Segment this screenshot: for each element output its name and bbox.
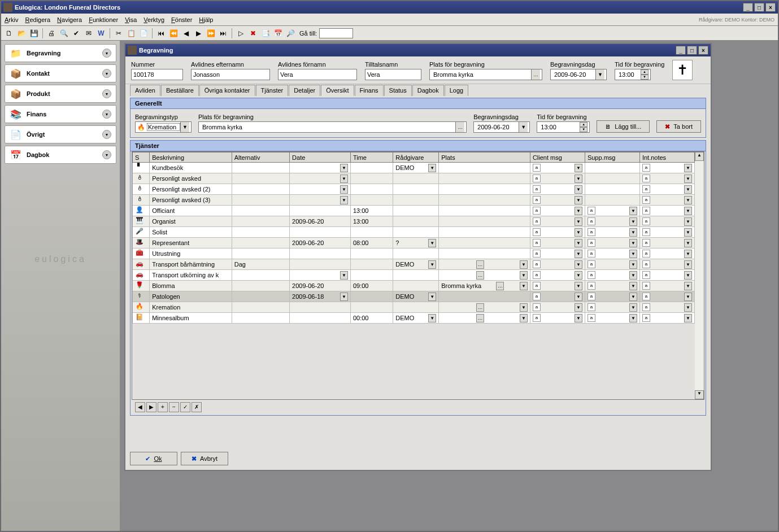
chevron-down-icon[interactable]: ▼ xyxy=(629,239,637,247)
efternamn-input[interactable] xyxy=(191,69,270,80)
clientmsg-cell[interactable]: a▼ xyxy=(530,227,585,238)
sidebar-item-dagbok[interactable]: 📅Dagbok▼ xyxy=(5,146,116,164)
table-row[interactable]: 🌹Blomma2009-06-2009:00Bromma kyrka…▼a▼a▼… xyxy=(133,281,695,291)
chevron-down-icon[interactable]: ▼ xyxy=(684,314,692,322)
gen-plats-select[interactable]: Bromma kyrka… xyxy=(198,121,467,133)
sidebar-item-kontakt[interactable]: 📦Kontakt▼ xyxy=(5,64,116,82)
document-icon[interactable]: a xyxy=(642,228,650,236)
print-icon[interactable]: 🖨 xyxy=(46,28,57,39)
table-row[interactable]: 🕯Personligt avsked (3)▼a▼a▼ xyxy=(133,195,695,206)
document-icon[interactable]: a xyxy=(587,271,595,279)
column-header[interactable]: Plats xyxy=(439,152,530,163)
chevron-down-icon[interactable]: ▼ xyxy=(102,130,111,139)
radgivare-cell[interactable] xyxy=(393,227,439,238)
intnotes-cell[interactable]: a▼ xyxy=(639,259,694,270)
copy-icon[interactable]: 📋 xyxy=(125,28,137,39)
document-icon[interactable]: a xyxy=(533,185,541,193)
nav-remove-icon[interactable]: − xyxy=(169,402,179,412)
radgivare-cell[interactable]: DEMO▼ xyxy=(393,259,439,270)
chevron-down-icon[interactable]: ▼ xyxy=(684,228,692,237)
chevron-down-icon[interactable]: ▼ xyxy=(575,250,582,258)
document-icon[interactable]: a xyxy=(642,250,650,258)
column-header[interactable]: Rådgivare xyxy=(393,152,439,163)
chevron-down-icon[interactable]: ▼ xyxy=(428,239,436,247)
suppmsg-cell[interactable] xyxy=(585,163,639,173)
desc-cell[interactable]: Representant xyxy=(150,238,232,248)
chevron-down-icon[interactable]: ▼ xyxy=(340,271,348,280)
chevron-down-icon[interactable]: ▼ xyxy=(629,228,637,237)
document-icon[interactable]: a xyxy=(642,175,650,182)
suppmsg-cell[interactable]: a▼ xyxy=(585,227,639,238)
suppmsg-cell[interactable]: a▼ xyxy=(585,281,639,291)
suppmsg-cell[interactable]: a▼ xyxy=(585,248,639,259)
chevron-down-icon[interactable]: ▼ xyxy=(629,250,637,258)
chevron-down-icon[interactable]: ▼ xyxy=(428,164,436,172)
date-cell[interactable] xyxy=(290,259,351,270)
plats-dots-icon[interactable]: … xyxy=(531,69,540,80)
document-icon[interactable]: a xyxy=(533,260,541,268)
suppmsg-cell[interactable]: a▼ xyxy=(585,291,639,302)
icon-cell[interactable]: 🕯 xyxy=(133,184,150,195)
chevron-down-icon[interactable]: ▼ xyxy=(684,293,692,301)
alt-cell[interactable] xyxy=(232,302,289,313)
intnotes-cell[interactable]: a▼ xyxy=(639,291,694,302)
vertical-scrollbar[interactable]: ▲ ▼ xyxy=(695,152,704,399)
plats-cell[interactable] xyxy=(439,227,530,238)
add-button[interactable]: 🗎Lägg till... xyxy=(597,120,650,133)
plats-cell[interactable] xyxy=(439,173,530,184)
gen-dag-select[interactable]: 2009-06-20▼ xyxy=(473,121,530,133)
tab-status[interactable]: Status xyxy=(384,85,412,96)
chevron-down-icon[interactable]: ▼ xyxy=(575,175,582,183)
chevron-down-icon[interactable]: ▼ xyxy=(684,303,692,312)
radgivare-cell[interactable]: DEMO▼ xyxy=(393,313,439,324)
clientmsg-cell[interactable]: a▼ xyxy=(530,291,585,302)
next-page-icon[interactable]: ⏩ xyxy=(205,28,216,39)
icon-cell[interactable]: 📔 xyxy=(133,313,150,324)
document-icon[interactable]: a xyxy=(642,260,650,268)
sidebar-item-produkt[interactable]: 📦Produkt▼ xyxy=(5,85,116,103)
sidebar-item-begravning[interactable]: 📁Begravning▼ xyxy=(5,44,116,62)
time-cell[interactable] xyxy=(350,259,393,270)
intnotes-cell[interactable]: a▼ xyxy=(639,270,694,281)
suppmsg-cell[interactable]: a▼ xyxy=(585,206,639,216)
nav-next-icon[interactable]: ▶ xyxy=(146,402,156,412)
document-icon[interactable]: a xyxy=(642,196,650,204)
dots-icon[interactable]: … xyxy=(496,282,504,290)
desc-cell[interactable]: Organist xyxy=(150,216,232,227)
delete-button[interactable]: ✖Ta bort xyxy=(656,120,701,133)
preview-icon[interactable]: 🔍 xyxy=(58,28,69,39)
radgivare-cell[interactable]: DEMO▼ xyxy=(393,291,439,302)
alt-cell[interactable] xyxy=(232,281,289,291)
document-icon[interactable]: a xyxy=(642,207,650,215)
document-icon[interactable]: a xyxy=(533,314,541,322)
tab-finans[interactable]: Finans xyxy=(355,85,384,96)
plats-cell[interactable] xyxy=(439,184,530,195)
chevron-down-icon[interactable]: ▼ xyxy=(629,207,637,215)
radgivare-cell[interactable] xyxy=(393,184,439,195)
chevron-down-icon[interactable]: ▼ xyxy=(428,293,436,301)
dots-icon[interactable]: … xyxy=(476,303,484,312)
suppmsg-cell[interactable]: a▼ xyxy=(585,313,639,324)
table-row[interactable]: 🕯Personligt avsked (2)▼a▼a▼ xyxy=(133,184,695,195)
desc-cell[interactable]: Blomma xyxy=(150,281,232,291)
date-cell[interactable]: ▼ xyxy=(290,163,351,173)
time-cell[interactable] xyxy=(350,302,393,313)
document-icon[interactable]: a xyxy=(533,250,541,258)
plats-cell[interactable]: …▼ xyxy=(439,302,530,313)
clientmsg-cell[interactable]: a▼ xyxy=(530,302,585,313)
scroll-up-icon[interactable]: ▲ xyxy=(695,152,704,161)
date-cell[interactable] xyxy=(290,248,351,259)
column-header[interactable]: Alternativ xyxy=(232,152,289,163)
time-cell[interactable] xyxy=(350,270,393,281)
icon-cell[interactable]: 👤 xyxy=(133,206,150,216)
clientmsg-cell[interactable]: a▼ xyxy=(530,195,585,206)
date-cell[interactable]: ▼ xyxy=(290,173,351,184)
chevron-down-icon[interactable]: ▼ xyxy=(684,239,692,247)
mdi-minimize-button[interactable]: _ xyxy=(676,46,686,55)
tab-övriga-kontakter[interactable]: Övriga kontakter xyxy=(199,85,255,96)
first-icon[interactable]: ⏮ xyxy=(155,28,167,39)
nav-cancel-icon[interactable]: ✗ xyxy=(192,402,202,412)
nummer-input[interactable] xyxy=(131,69,183,80)
alt-cell[interactable] xyxy=(232,248,289,259)
desc-cell[interactable]: Officiant xyxy=(150,206,232,216)
